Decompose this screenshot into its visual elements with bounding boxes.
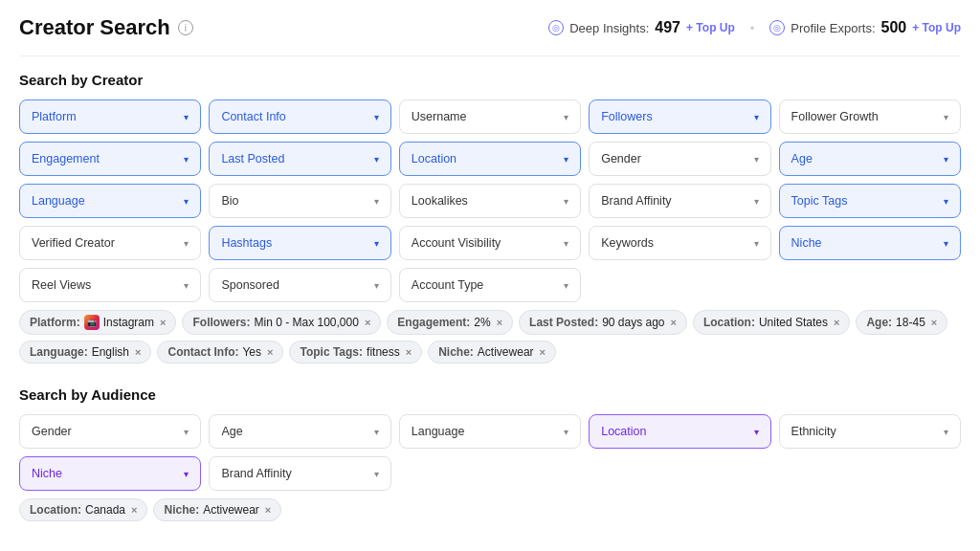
filter-dropdown-gender[interactable]: Gender▾ xyxy=(589,142,770,176)
filter-label-engagement: Engagement xyxy=(32,152,100,165)
filter-dropdown-lookalikes[interactable]: Lookalikes▾ xyxy=(399,184,581,218)
chevron-icon-keywords: ▾ xyxy=(754,238,759,249)
chevron-icon-account_type: ▾ xyxy=(564,280,568,291)
filter-dropdown-aud_ethnicity[interactable]: Ethnicity▾ xyxy=(779,414,961,449)
header: Creator Search i ◎ Deep Insights: 497 + … xyxy=(19,15,961,56)
chevron-icon-aud_niche: ▾ xyxy=(184,469,189,479)
chevron-icon-bio: ▾ xyxy=(374,196,379,207)
remove-tag-platform_tag[interactable]: × xyxy=(160,317,166,328)
tag-label-followers_tag: Followers: xyxy=(192,316,250,329)
filter-dropdown-bio[interactable]: Bio▾ xyxy=(209,184,390,218)
deep-insights-stat: ◎ Deep Insights: 497 + Top Up xyxy=(548,19,735,36)
remove-tag-location_tag[interactable]: × xyxy=(834,317,839,328)
tag-value-platform_tag: Instagram xyxy=(103,316,154,329)
filter-dropdown-follower_growth[interactable]: Follower Growth▾ xyxy=(779,99,961,134)
filter-label-aud_niche: Niche xyxy=(32,467,62,480)
remove-tag-aud_location_tag[interactable]: × xyxy=(131,504,137,516)
audience-active-tags-row: Location:Canada×Niche:Activewear× xyxy=(19,498,961,521)
chevron-icon-aud_language: ▾ xyxy=(564,427,568,437)
filter-dropdown-account_visibility[interactable]: Account Visibility▾ xyxy=(399,226,581,260)
filter-dropdown-keywords[interactable]: Keywords▾ xyxy=(589,226,770,260)
filter-dropdown-aud_language[interactable]: Language▾ xyxy=(399,414,581,449)
filter-dropdown-reel_views[interactable]: Reel Views▾ xyxy=(19,268,201,302)
filter-dropdown-aud_age[interactable]: Age▾ xyxy=(209,414,390,449)
tag-chip-language_tag: Language:English× xyxy=(19,341,151,364)
profile-exports-topup[interactable]: + Top Up xyxy=(912,21,961,34)
chevron-icon-username: ▾ xyxy=(564,112,568,122)
remove-tag-topic_tags_tag[interactable]: × xyxy=(406,346,412,358)
profile-exports-icon: ◎ xyxy=(769,20,785,35)
filter-dropdown-username[interactable]: Username▾ xyxy=(399,99,581,134)
filter-label-followers: Followers xyxy=(601,110,653,123)
audience-filter-grid: Gender▾Age▾Language▾Location▾Ethnicity▾N… xyxy=(19,414,961,491)
filter-label-age: Age xyxy=(791,152,813,165)
tag-chip-topic_tags_tag: Topic Tags:fitness× xyxy=(289,341,422,364)
creator-active-tags-row2: Language:English×Contact Info:Yes×Topic … xyxy=(19,341,961,364)
remove-tag-last_posted_tag[interactable]: × xyxy=(671,317,677,328)
deep-insights-label: Deep Insights: xyxy=(569,21,649,35)
filter-dropdown-engagement[interactable]: Engagement▾ xyxy=(19,142,201,176)
remove-tag-followers_tag[interactable]: × xyxy=(365,317,370,328)
chevron-icon-follower_growth: ▾ xyxy=(944,112,948,122)
profile-exports-stat: ◎ Profile Exports: 500 + Top Up xyxy=(769,19,961,36)
deep-insights-icon: ◎ xyxy=(548,20,564,35)
filter-label-niche: Niche xyxy=(791,236,822,250)
filter-label-keywords: Keywords xyxy=(601,236,654,250)
remove-tag-engagement_tag[interactable]: × xyxy=(497,317,502,328)
chevron-icon-aud_location: ▾ xyxy=(754,427,759,437)
filter-dropdown-verified_creator[interactable]: Verified Creator▾ xyxy=(19,226,201,260)
page-title: Creator Search xyxy=(19,15,170,40)
filter-dropdown-account_type[interactable]: Account Type▾ xyxy=(399,268,581,302)
filter-label-gender: Gender xyxy=(601,152,641,165)
filter-dropdown-aud_brand_affinity[interactable]: Brand Affinity▾ xyxy=(209,456,390,491)
filter-dropdown-aud_niche[interactable]: Niche▾ xyxy=(19,456,201,491)
remove-tag-language_tag[interactable]: × xyxy=(135,346,141,358)
filter-dropdown-aud_gender[interactable]: Gender▾ xyxy=(19,414,201,449)
chevron-icon-location: ▾ xyxy=(564,154,568,165)
filter-label-lookalikes: Lookalikes xyxy=(412,194,468,208)
tag-chip-location_tag: Location:United States× xyxy=(693,310,850,335)
filter-dropdown-aud_location[interactable]: Location▾ xyxy=(589,414,770,449)
filter-dropdown-topic_tags[interactable]: Topic Tags▾ xyxy=(779,184,961,218)
filter-label-follower_growth: Follower Growth xyxy=(791,110,879,123)
title-info-icon[interactable]: i xyxy=(178,20,193,35)
filter-dropdown-niche[interactable]: Niche▾ xyxy=(779,226,961,260)
tag-value-language_tag: English xyxy=(92,345,129,359)
chevron-icon-brand_affinity: ▾ xyxy=(754,196,759,207)
filter-dropdown-age[interactable]: Age▾ xyxy=(779,142,961,176)
filter-dropdown-hashtags[interactable]: Hashtags▾ xyxy=(209,226,390,260)
filter-dropdown-brand_affinity[interactable]: Brand Affinity▾ xyxy=(589,184,770,218)
tag-label-location_tag: Location: xyxy=(703,316,755,329)
audience-section-title: Search by Audience xyxy=(19,386,961,403)
filter-label-aud_brand_affinity: Brand Affinity xyxy=(221,467,291,480)
tag-chip-aud_niche_tag: Niche:Activewear× xyxy=(153,498,281,521)
tag-chip-last_posted_tag: Last Posted:90 days ago× xyxy=(519,310,687,335)
remove-tag-aud_niche_tag[interactable]: × xyxy=(265,504,271,516)
filter-dropdown-sponsored[interactable]: Sponsored▾ xyxy=(209,268,390,302)
creator-active-tags-row1: Platform:📷Instagram×Followers:Min 0 - Ma… xyxy=(19,310,961,335)
filter-dropdown-contact_info[interactable]: Contact Info▾ xyxy=(209,99,390,134)
chevron-icon-hashtags: ▾ xyxy=(374,238,379,249)
filter-dropdown-followers[interactable]: Followers▾ xyxy=(589,99,770,134)
filter-dropdown-location[interactable]: Location▾ xyxy=(399,142,581,176)
tag-label-aud_location_tag: Location: xyxy=(30,503,81,517)
remove-tag-contact_info_tag[interactable]: × xyxy=(267,346,273,358)
remove-tag-niche_tag[interactable]: × xyxy=(540,346,546,358)
tag-value-followers_tag: Min 0 - Max 100,000 xyxy=(254,316,358,329)
tag-chip-engagement_tag: Engagement:2%× xyxy=(387,310,513,335)
profile-exports-label: Profile Exports: xyxy=(791,21,875,35)
filter-dropdown-platform[interactable]: Platform▾ xyxy=(19,99,201,134)
chevron-icon-age: ▾ xyxy=(944,154,948,165)
chevron-icon-account_visibility: ▾ xyxy=(564,238,568,249)
filter-label-topic_tags: Topic Tags xyxy=(791,194,848,208)
tag-chip-platform_tag: Platform:📷Instagram× xyxy=(19,310,176,335)
chevron-icon-contact_info: ▾ xyxy=(374,112,379,122)
tag-value-aud_niche_tag: Activewear xyxy=(203,503,259,517)
deep-insights-topup[interactable]: + Top Up xyxy=(686,21,735,34)
filter-dropdown-last_posted[interactable]: Last Posted▾ xyxy=(209,142,390,176)
chevron-icon-niche: ▾ xyxy=(944,238,948,249)
creator-filter-grid: Platform▾Contact Info▾Username▾Followers… xyxy=(19,99,961,302)
filter-dropdown-language[interactable]: Language▾ xyxy=(19,184,201,218)
remove-tag-age_tag[interactable]: × xyxy=(931,317,937,328)
chevron-icon-aud_ethnicity: ▾ xyxy=(944,427,948,437)
